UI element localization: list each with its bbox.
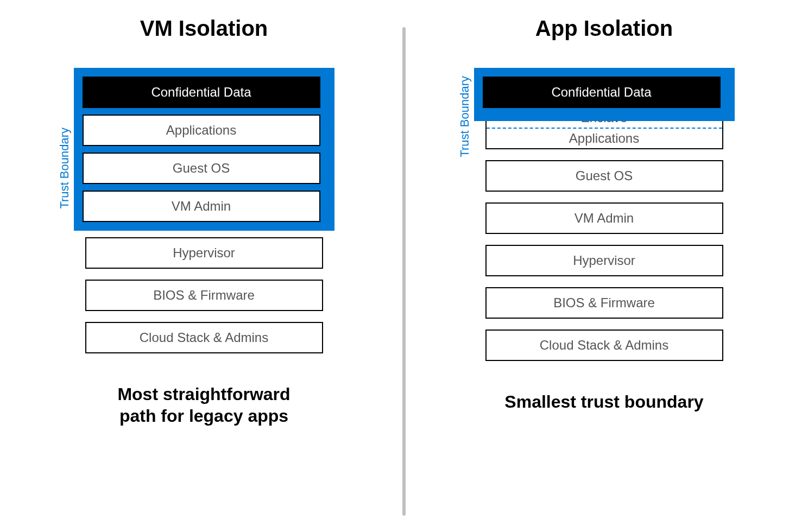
vm-trust-boundary-box: Confidential Data Applications Guest OS … bbox=[74, 68, 334, 231]
app-stack: Confidential Data Enclave Applications G… bbox=[474, 68, 735, 361]
app-isolation-column: App Isolation Trust Boundary Confidentia… bbox=[422, 16, 786, 413]
app-layer-guest-os: Guest OS bbox=[485, 160, 723, 192]
app-layer-cloud-stack-admins: Cloud Stack & Admins bbox=[485, 330, 723, 361]
vm-stack-wrap: Trust Boundary Confidential Data Applica… bbox=[74, 68, 334, 353]
vm-stack: Confidential Data Applications Guest OS … bbox=[74, 68, 334, 353]
diagram-container: VM Isolation Trust Boundary Confidential… bbox=[0, 0, 808, 516]
vm-isolation-column: VM Isolation Trust Boundary Confidential… bbox=[22, 16, 386, 427]
vm-untrusted-stack: Hypervisor BIOS & Firmware Cloud Stack &… bbox=[85, 237, 323, 353]
app-layer-hypervisor: Hypervisor bbox=[485, 245, 723, 276]
app-title: App Isolation bbox=[535, 16, 673, 41]
vm-layer-cloud-stack-admins: Cloud Stack & Admins bbox=[85, 322, 323, 353]
vm-layer-applications: Applications bbox=[83, 115, 320, 146]
vm-caption-line2: path for legacy apps bbox=[119, 406, 288, 426]
spacer bbox=[483, 115, 726, 121]
vm-trust-boundary-label: Trust Boundary bbox=[58, 128, 72, 209]
app-trust-boundary-label: Trust Boundary bbox=[458, 76, 472, 157]
vm-caption: Most straightforward path for legacy app… bbox=[117, 383, 290, 427]
vm-caption-line1: Most straightforward bbox=[117, 384, 290, 404]
vm-layer-bios-firmware: BIOS & Firmware bbox=[85, 280, 323, 311]
vertical-divider bbox=[402, 27, 406, 516]
vm-layer-hypervisor: Hypervisor bbox=[85, 237, 323, 269]
app-layer-confidential-data: Confidential Data bbox=[483, 77, 721, 108]
app-layer-vm-admin: VM Admin bbox=[485, 202, 723, 234]
app-untrusted-stack: Guest OS VM Admin Hypervisor BIOS & Firm… bbox=[485, 160, 723, 361]
vm-title: VM Isolation bbox=[140, 16, 268, 41]
app-stack-wrap: Trust Boundary Confidential Data Enclave… bbox=[474, 68, 735, 361]
vm-layer-confidential-data: Confidential Data bbox=[83, 77, 320, 108]
app-trust-boundary-box: Confidential Data bbox=[474, 68, 735, 121]
app-applications-label: Applications bbox=[487, 129, 722, 146]
vm-layer-vm-admin: VM Admin bbox=[83, 191, 320, 222]
vm-layer-guest-os: Guest OS bbox=[83, 153, 320, 184]
app-caption: Smallest trust boundary bbox=[504, 391, 703, 413]
app-layer-bios-firmware: BIOS & Firmware bbox=[485, 287, 723, 319]
